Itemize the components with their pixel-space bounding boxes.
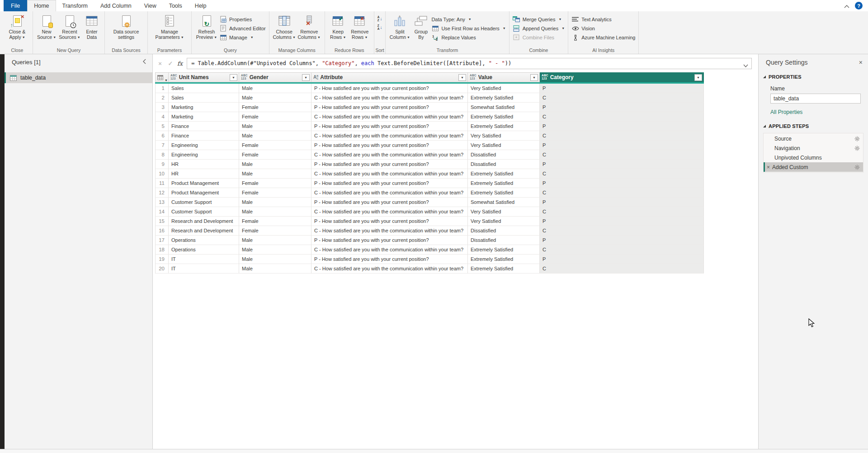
cell-attribute[interactable]: P - How satisfied are you with your curr…: [311, 160, 468, 169]
applied-step-unpivoted-columns[interactable]: Unpivoted Columns: [764, 153, 863, 162]
expand-formula-icon[interactable]: [743, 62, 748, 69]
cell-value[interactable]: Dissatisfied: [468, 226, 540, 236]
cell-attribute[interactable]: C - How satisfied are you with the commu…: [311, 169, 468, 179]
close-query-settings-icon[interactable]: ×: [859, 59, 863, 66]
all-properties-link[interactable]: All Properties: [770, 109, 868, 115]
cell-gender[interactable]: Male: [239, 264, 311, 274]
text-analytics-button[interactable]: Text Analytics: [571, 15, 635, 23]
cell-attribute[interactable]: P - How satisfied are you with your curr…: [311, 236, 468, 245]
formula-input[interactable]: = Table.AddColumn(#"Unpivoted Columns", …: [187, 58, 752, 69]
data-source-settings-button[interactable]: Data source settings: [108, 13, 144, 41]
cell-unit-names[interactable]: Operations: [169, 245, 239, 255]
cell-attribute[interactable]: C - How satisfied are you with the commu…: [311, 245, 468, 255]
cell-category[interactable]: P: [540, 160, 704, 169]
cell-category[interactable]: C: [540, 264, 704, 274]
cell-gender[interactable]: Male: [239, 198, 311, 207]
cell-category[interactable]: P: [540, 179, 704, 188]
properties-button[interactable]: Properties: [219, 15, 266, 23]
applied-step-navigation[interactable]: Navigation: [764, 143, 863, 153]
cell-gender[interactable]: Female: [239, 226, 311, 236]
delete-step-icon[interactable]: ×: [767, 164, 770, 170]
cell-value[interactable]: Dissatisfied: [468, 150, 540, 160]
row-number[interactable]: 18: [155, 245, 169, 255]
tab-view[interactable]: View: [138, 0, 163, 11]
cell-value[interactable]: Extremely Satisfied: [468, 255, 540, 264]
row-number[interactable]: 7: [155, 141, 169, 150]
cell-gender[interactable]: Male: [239, 160, 311, 169]
applied-step-source[interactable]: Source: [764, 134, 863, 143]
step-settings-gear-icon[interactable]: [854, 165, 860, 170]
column-header-gender[interactable]: ABC123Gender▼: [239, 72, 311, 82]
group-by-button[interactable]: Group By: [411, 13, 430, 41]
cell-category[interactable]: C: [540, 131, 704, 141]
cell-unit-names[interactable]: Product Management: [169, 179, 239, 188]
filter-dropdown-button[interactable]: ▼: [302, 74, 310, 81]
row-number[interactable]: 17: [155, 236, 169, 245]
row-number[interactable]: 10: [155, 169, 169, 179]
tab-tools[interactable]: Tools: [163, 0, 189, 11]
merge-queries-button[interactable]: Merge Queries▼: [513, 15, 565, 23]
replace-values-button[interactable]: 12Replace Values: [431, 33, 505, 41]
cell-gender[interactable]: Male: [239, 169, 311, 179]
cell-gender[interactable]: Female: [239, 112, 311, 122]
row-number[interactable]: 11: [155, 179, 169, 188]
cell-value[interactable]: Extremely Satisfied: [468, 122, 540, 131]
cell-attribute[interactable]: C - How satisfied are you with the commu…: [311, 207, 468, 217]
cell-category[interactable]: P: [540, 236, 704, 245]
cell-value[interactable]: Extremely Satisfied: [468, 169, 540, 179]
cell-attribute[interactable]: P - How satisfied are you with your curr…: [311, 84, 468, 93]
cell-category[interactable]: C: [540, 169, 704, 179]
help-button[interactable]: ?: [855, 2, 863, 9]
vision-button[interactable]: Vision: [571, 24, 635, 32]
cell-unit-names[interactable]: Research and Development: [169, 226, 239, 236]
cell-gender[interactable]: Female: [239, 150, 311, 160]
cell-unit-names[interactable]: Marketing: [169, 103, 239, 112]
cell-value[interactable]: Extremely Satisfied: [468, 112, 540, 122]
cell-category[interactable]: C: [540, 112, 704, 122]
filter-dropdown-button[interactable]: ▼: [458, 74, 466, 81]
cell-unit-names[interactable]: Marketing: [169, 112, 239, 122]
remove-columns-button[interactable]: × Remove Columns▼: [297, 13, 321, 41]
cell-attribute[interactable]: C - How satisfied are you with the commu…: [311, 150, 468, 160]
cell-category[interactable]: P: [540, 141, 704, 150]
cell-unit-names[interactable]: Finance: [169, 131, 239, 141]
keep-rows-button[interactable]: ✓ Keep Rows▼: [328, 13, 348, 41]
cell-attribute[interactable]: C - How satisfied are you with the commu…: [311, 188, 468, 198]
cell-gender[interactable]: Male: [239, 255, 311, 264]
cell-gender[interactable]: Male: [239, 84, 311, 93]
row-number[interactable]: 8: [155, 150, 169, 160]
cell-unit-names[interactable]: Sales: [169, 84, 239, 93]
column-header-category[interactable]: ABC123Category▼: [540, 72, 704, 82]
manage-button[interactable]: Manage▼: [219, 33, 266, 41]
cell-gender[interactable]: Male: [239, 93, 311, 103]
cell-gender[interactable]: Male: [239, 131, 311, 141]
cell-attribute[interactable]: C - How satisfied are you with the commu…: [311, 93, 468, 103]
cell-unit-names[interactable]: HR: [169, 169, 239, 179]
cell-value[interactable]: Extremely Satisfied: [468, 188, 540, 198]
cell-category[interactable]: C: [540, 245, 704, 255]
cell-unit-names[interactable]: Customer Support: [169, 198, 239, 207]
cell-attribute[interactable]: P - How satisfied are you with your curr…: [311, 103, 468, 112]
cell-attribute[interactable]: P - How satisfied are you with your curr…: [311, 179, 468, 188]
cell-gender[interactable]: Female: [239, 179, 311, 188]
cell-gender[interactable]: Male: [239, 122, 311, 131]
row-number[interactable]: 12: [155, 188, 169, 198]
cell-attribute[interactable]: C - How satisfied are you with the commu…: [311, 226, 468, 236]
cell-attribute[interactable]: P - How satisfied are you with your curr…: [311, 255, 468, 264]
cell-attribute[interactable]: C - How satisfied are you with the commu…: [311, 264, 468, 274]
cell-gender[interactable]: Male: [239, 207, 311, 217]
cell-unit-names[interactable]: Research and Development: [169, 217, 239, 226]
column-header-unit-names[interactable]: ABC123Unit Names▼: [169, 72, 239, 82]
row-number[interactable]: 4: [155, 112, 169, 122]
row-number[interactable]: 1: [155, 84, 169, 93]
recent-sources-button[interactable]: Recent Sources▼: [58, 13, 81, 41]
cell-category[interactable]: P: [540, 217, 704, 226]
remove-rows-button[interactable]: × Remove Rows▼: [349, 13, 371, 41]
cell-attribute[interactable]: C - How satisfied are you with the commu…: [311, 131, 468, 141]
data-type-button[interactable]: Data Type: Any▼: [431, 15, 505, 23]
cell-gender[interactable]: Male: [239, 236, 311, 245]
cell-value[interactable]: Very Satisfied: [468, 141, 540, 150]
cell-category[interactable]: C: [540, 188, 704, 198]
tab-help[interactable]: Help: [189, 0, 213, 11]
cell-category[interactable]: C: [540, 93, 704, 103]
